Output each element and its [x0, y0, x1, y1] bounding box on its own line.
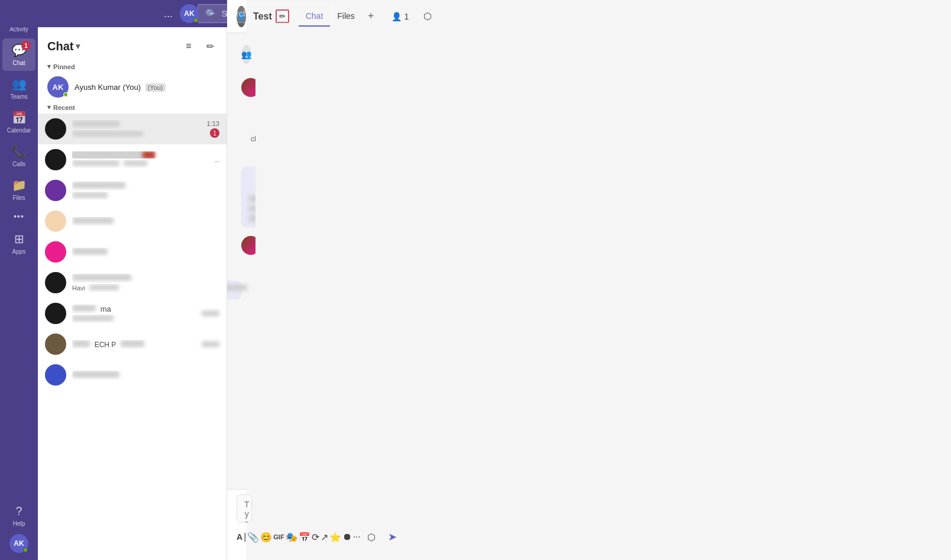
recent-chat-info-1: [72, 151, 209, 168]
open-panel-icon: ⬡: [423, 11, 432, 22]
gif-icon: GIF: [273, 533, 284, 540]
share-button[interactable]: ↗: [321, 527, 328, 546]
recent-chat-6[interactable]: ma: [38, 298, 227, 329]
meet-icon: 📅: [299, 532, 310, 543]
message-input[interactable]: [237, 494, 252, 523]
you-badge: (You): [145, 83, 166, 92]
chat-title-chevron[interactable]: ▾: [76, 41, 80, 51]
sidebar-item-files[interactable]: 📁 Files: [2, 173, 35, 206]
compose-button[interactable]: ✏: [200, 37, 219, 56]
close-button[interactable]: ✕: [241, 7, 255, 21]
chat-badge-0: 1: [210, 128, 219, 138]
recent-chat-1[interactable]: ...: [38, 144, 227, 175]
pinned-chevron: ▾: [47, 63, 51, 70]
meet-button[interactable]: 📅: [299, 527, 310, 546]
outgoing-bubble: [241, 167, 255, 226]
recent-chat-meta-0: 1:13 1: [207, 120, 219, 138]
recent-chat-0[interactable]: 1:13 1: [38, 114, 227, 144]
format-icon: A: [237, 532, 242, 542]
messages-area: 👥: [227, 33, 255, 489]
sidebar-item-help-label: Help: [13, 520, 25, 527]
open-panel-button[interactable]: ⬡: [418, 7, 437, 26]
recent-avatar-2: [45, 180, 66, 201]
record-button[interactable]: ⏺: [342, 527, 352, 546]
chat-list-actions: ≡ ✏: [179, 37, 219, 56]
more-icon: •••: [14, 212, 24, 221]
calls-icon: 📞: [12, 144, 27, 158]
chat-header-right: 👤 1 ⬡: [387, 7, 437, 26]
sidebar-item-calendar[interactable]: 📅 Calendar: [2, 106, 35, 138]
recent-avatar-5: [45, 272, 66, 293]
recent-chat-4[interactable]: [38, 237, 227, 267]
recent-chat-3[interactable]: [38, 206, 227, 237]
user-avatar[interactable]: AK: [9, 534, 28, 553]
filter-button[interactable]: ≡: [179, 37, 198, 56]
add-tab-button[interactable]: +: [362, 7, 380, 27]
pinned-chat-ayush[interactable]: AK Ayush Kumar (You) (You): [38, 73, 227, 101]
recent-chat-7[interactable]: ECH P: [38, 329, 227, 360]
recent-section-header[interactable]: ▾ Recent: [38, 101, 227, 114]
more-toolbar-button[interactable]: ···: [353, 527, 361, 546]
chat-badge: 1: [21, 41, 31, 50]
recent-chat-info-8: [72, 371, 219, 380]
apps-icon: ⊞: [14, 232, 24, 246]
emoji-icon: 😊: [260, 532, 272, 543]
sidebar-item-calls[interactable]: 📞 Calls: [2, 140, 35, 172]
popout-button[interactable]: ⬡: [362, 527, 381, 546]
files-icon: 📁: [12, 178, 27, 192]
format-button[interactable]: A: [237, 527, 242, 546]
recent-chat-5[interactable]: Havi: [38, 267, 227, 298]
share-icon: ↗: [321, 532, 328, 543]
recent-chat-info-7: ECH P: [72, 340, 196, 349]
outgoing-bubble-text-2: [248, 215, 255, 222]
recent-chat-2[interactable]: [38, 175, 227, 206]
attach-icon: 📎: [247, 532, 259, 543]
sidebar-item-calls-label: Calls: [12, 161, 25, 167]
recent-chat-info-4: [72, 248, 219, 257]
attach-button[interactable]: 📎: [247, 527, 259, 546]
topbar-right: ... AK − □ ✕: [164, 4, 255, 23]
outgoing-bubble-2: [227, 281, 241, 299]
recent-avatar-4: [45, 241, 66, 263]
send-button[interactable]: ➤: [383, 527, 402, 546]
rich-text-button[interactable]: |: [244, 527, 246, 546]
pinned-chat-info: Ayush Kumar (You) (You): [75, 83, 217, 92]
recent-chat-info-0: [72, 120, 201, 138]
pinned-section-header[interactable]: ▾ Pinned: [38, 60, 227, 73]
sidebar-item-chat[interactable]: 💬 Chat 1: [2, 38, 35, 71]
avatar-initials: AK: [14, 539, 24, 548]
teams-icon: 👥: [12, 77, 27, 91]
sticker-button[interactable]: 🎭: [286, 527, 297, 546]
emoji-button[interactable]: 😊: [260, 527, 272, 546]
gif-button[interactable]: GIF: [273, 527, 284, 546]
record-icon: ⏺: [342, 532, 352, 542]
sidebar-item-help[interactable]: ? Help: [2, 500, 35, 532]
sidebar-bottom: ? Help AK: [2, 500, 35, 560]
participants-button[interactable]: 👤 1: [387, 9, 413, 24]
pinned-avatar: AK: [47, 76, 69, 98]
maximize-button[interactable]: □: [223, 7, 236, 21]
pinned-chat-name: Ayush Kumar (You) (You): [75, 83, 217, 92]
sidebar-item-more[interactable]: •••: [2, 207, 35, 226]
minimize-button[interactable]: −: [206, 7, 218, 21]
loop-button[interactable]: ⟳: [312, 527, 319, 546]
praise-button[interactable]: ⭐: [329, 527, 341, 546]
msg-avatar-2: [241, 236, 255, 255]
sidebar-item-teams[interactable]: 👥 Teams: [2, 72, 35, 105]
tab-files[interactable]: Files: [330, 7, 362, 27]
more-options-icon[interactable]: ...: [164, 8, 173, 20]
sidebar-item-apps[interactable]: ⊞ Apps: [2, 227, 35, 260]
send-icon: ➤: [388, 530, 397, 543]
sticker-icon: 🎭: [286, 532, 297, 543]
recent-avatar-3: [45, 211, 66, 232]
chat-list-scroll: ▾ Pinned AK Ayush Kumar (You) (You) ▾: [38, 60, 227, 560]
rich-text-icon: |: [244, 532, 246, 542]
topbar-avatar[interactable]: AK: [180, 4, 199, 23]
recent-avatar-7: [45, 334, 66, 355]
praise-icon: ⭐: [329, 532, 341, 543]
sidebar-nav: 🔔 Activity 2 💬 Chat 1 👥 Teams 📅 Calendar…: [0, 0, 38, 560]
recent-chat-preview-1: [72, 160, 209, 168]
sidebar-item-teams-label: Teams: [10, 93, 27, 100]
recent-chat-8[interactable]: [38, 360, 227, 390]
calendar-icon: 📅: [12, 111, 27, 125]
